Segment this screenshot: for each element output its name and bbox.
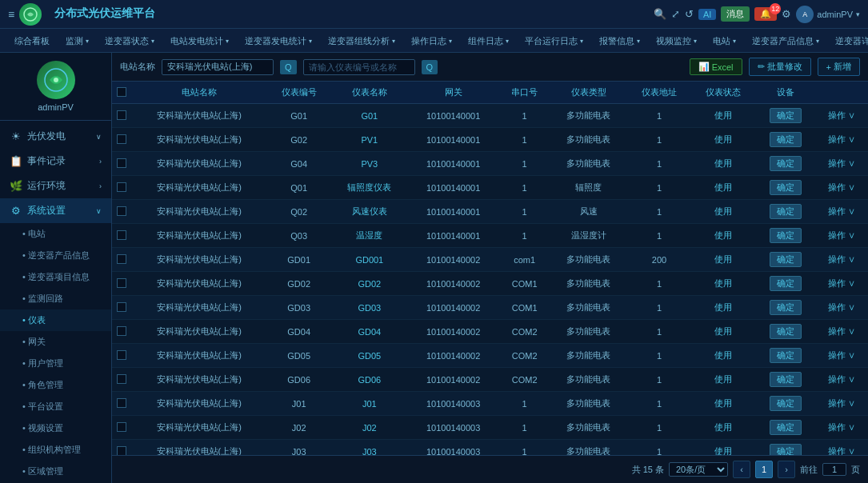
ops-button-8[interactable]: 操作 ∨	[828, 301, 855, 313]
tab-监测[interactable]: 监测 ▾	[58, 32, 97, 52]
tab-操作日志[interactable]: 操作日志 ▾	[403, 32, 460, 52]
row-checkbox-8[interactable]	[117, 302, 126, 312]
confirm-button-0[interactable]: 确定	[770, 108, 802, 123]
tab-视频监控[interactable]: 视频监控 ▾	[648, 32, 705, 52]
row-checkbox-2[interactable]	[117, 158, 126, 168]
meter-search-input[interactable]	[303, 59, 415, 75]
prev-page-button[interactable]: ‹	[733, 461, 750, 478]
sidebar-item-pv[interactable]: ☀ 光伏发电 ∨	[0, 124, 111, 149]
page-size-select[interactable]: 20条/页 50条/页 100条/页	[669, 462, 728, 477]
sidebar-item-settings[interactable]: ⚙ 系统设置 ∨	[0, 198, 111, 223]
tab-电站发电统计[interactable]: 电站发电统计 ▾	[162, 32, 237, 52]
confirm-button-1[interactable]: 确定	[770, 132, 802, 147]
add-button[interactable]: + 新增	[818, 58, 860, 76]
table-row: 安科瑞光伏电站(上海) Q02 风速仪表 10100140001 1 风速 1 …	[112, 200, 868, 224]
row-checkbox-9[interactable]	[117, 326, 126, 336]
tab-组件日志[interactable]: 组件日志 ▾	[460, 32, 517, 52]
confirm-button-3[interactable]: 确定	[770, 180, 802, 195]
confirm-button-5[interactable]: 确定	[770, 228, 802, 243]
refresh-icon[interactable]: ↺	[685, 8, 694, 20]
confirm-button-9[interactable]: 确定	[770, 324, 802, 339]
ai-button[interactable]: AI	[698, 9, 716, 20]
row-checkbox-3[interactable]	[117, 182, 126, 192]
row-checkbox-11[interactable]	[117, 374, 126, 384]
tab-逆变器状态[interactable]: 逆变器状态 ▾	[97, 32, 162, 52]
row-checkbox-14[interactable]	[117, 446, 126, 456]
meter-search-button[interactable]: Q	[422, 60, 438, 74]
confirm-button-13[interactable]: 确定	[770, 420, 802, 435]
station-search-button[interactable]: Q	[280, 60, 297, 74]
confirm-button-12[interactable]: 确定	[770, 396, 802, 411]
row-checkbox-13[interactable]	[117, 422, 126, 432]
ops-button-13[interactable]: 操作 ∨	[828, 421, 855, 433]
confirm-button-10[interactable]: 确定	[770, 348, 802, 363]
sidebar-subitem-video[interactable]: • 视频设置	[0, 417, 111, 439]
user-area[interactable]: A adminPV ▾	[796, 6, 860, 23]
confirm-button-7[interactable]: 确定	[770, 276, 802, 291]
row-checkbox-1[interactable]	[117, 134, 126, 144]
tab-平台运行日志[interactable]: 平台运行日志 ▾	[517, 32, 591, 52]
tab-报警信息[interactable]: 报警信息 ▾	[591, 32, 648, 52]
confirm-button-14[interactable]: 确定	[770, 444, 802, 455]
confirm-button-11[interactable]: 确定	[770, 372, 802, 387]
ops-button-14[interactable]: 操作 ∨	[828, 445, 855, 455]
excel-button[interactable]: 📊 Excel	[690, 58, 742, 75]
sidebar-item-events[interactable]: 📋 事件记录 ›	[0, 149, 111, 174]
expand-icon[interactable]: ⤢	[671, 8, 680, 20]
ops-button-2[interactable]: 操作 ∨	[828, 158, 855, 170]
row-checkbox-6[interactable]	[117, 254, 126, 264]
select-all-checkbox[interactable]	[117, 87, 126, 97]
confirm-button-2[interactable]: 确定	[770, 156, 802, 171]
sidebar-subitem-monitor[interactable]: • 监测回路	[0, 288, 111, 309]
cell-gateway-2: 10100140001	[408, 152, 499, 176]
ops-button-4[interactable]: 操作 ∨	[828, 206, 855, 218]
row-checkbox-4[interactable]	[117, 206, 126, 216]
ops-button-5[interactable]: 操作 ∨	[828, 230, 855, 242]
message-button[interactable]: 消息	[721, 6, 750, 22]
ops-button-0[interactable]: 操作 ∨	[828, 110, 855, 122]
notification-button[interactable]: 12 🔔	[754, 7, 777, 21]
tab-逆变器产品信息[interactable]: 逆变器产品信息 ▾	[744, 32, 827, 52]
sidebar-subitem-users[interactable]: • 用户管理	[0, 353, 111, 374]
sidebar-subitem-inv-project[interactable]: • 逆变器项目信息	[0, 266, 111, 288]
ops-button-11[interactable]: 操作 ∨	[828, 373, 855, 385]
sidebar-subitem-org[interactable]: • 组织机构管理	[0, 439, 111, 461]
confirm-button-4[interactable]: 确定	[770, 204, 802, 219]
ops-button-7[interactable]: 操作 ∨	[828, 277, 855, 289]
settings-icon[interactable]: ⚙	[782, 8, 791, 20]
sidebar-subitem-gateway[interactable]: • 网关	[0, 331, 111, 353]
ops-button-9[interactable]: 操作 ∨	[828, 325, 855, 337]
ops-button-10[interactable]: 操作 ∨	[828, 349, 855, 361]
tab-逆变器组线分析[interactable]: 逆变器组线分析 ▾	[320, 32, 403, 52]
station-input[interactable]	[162, 59, 274, 75]
tab-综合看板[interactable]: 综合看板	[6, 32, 58, 52]
sidebar-subitem-platform[interactable]: • 平台设置	[0, 396, 111, 417]
tab-逆变器详细信息[interactable]: 逆变器详细信息 ▾	[827, 32, 868, 52]
row-checkbox-0[interactable]	[117, 110, 126, 120]
cell-type-1: 多功能电表	[550, 128, 627, 152]
search-icon[interactable]: 🔍	[654, 8, 666, 20]
ops-button-1[interactable]: 操作 ∨	[828, 134, 855, 146]
sidebar-item-env[interactable]: 🌿 运行环境 ›	[0, 174, 111, 198]
row-checkbox-5[interactable]	[117, 230, 126, 240]
sidebar-subitem-region[interactable]: • 区域管理	[0, 461, 111, 482]
goto-page-input[interactable]	[822, 463, 846, 476]
row-checkbox-10[interactable]	[117, 350, 126, 360]
page-1-button[interactable]: 1	[755, 461, 773, 478]
confirm-button-6[interactable]: 确定	[770, 252, 802, 267]
row-checkbox-12[interactable]	[117, 398, 126, 408]
sidebar-subitem-inv-product[interactable]: • 逆变器产品信息	[0, 245, 111, 266]
tab-电站[interactable]: 电站 ▾	[705, 32, 744, 52]
batch-edit-button[interactable]: ✏ 批量修改	[749, 58, 811, 76]
confirm-button-8[interactable]: 确定	[770, 300, 802, 315]
hamburger-icon[interactable]: ≡	[8, 8, 14, 21]
next-page-button[interactable]: ›	[778, 461, 795, 478]
sidebar-subitem-meter[interactable]: • 仪表	[0, 309, 111, 331]
ops-button-3[interactable]: 操作 ∨	[828, 182, 855, 194]
tab-逆变器发电统计[interactable]: 逆变器发电统计 ▾	[237, 32, 320, 52]
sidebar-subitem-roles[interactable]: • 角色管理	[0, 374, 111, 396]
ops-button-12[interactable]: 操作 ∨	[828, 397, 855, 409]
row-checkbox-7[interactable]	[117, 278, 126, 288]
ops-button-6[interactable]: 操作 ∨	[828, 253, 855, 265]
sidebar-subitem-station[interactable]: • 电站	[0, 223, 111, 245]
